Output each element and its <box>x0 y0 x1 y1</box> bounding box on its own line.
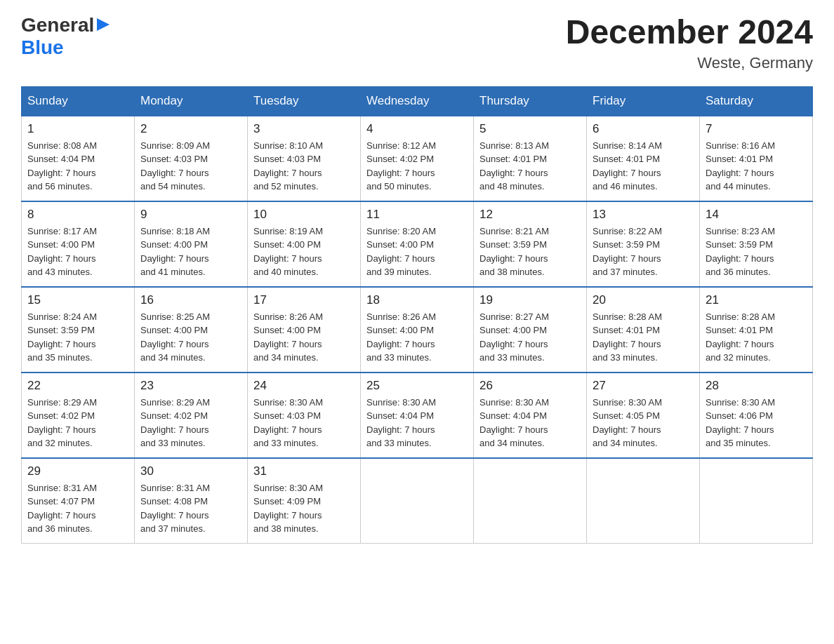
day-number: 23 <box>140 379 241 393</box>
day-info: Sunrise: 8:25 AMSunset: 4:00 PMDaylight:… <box>140 310 241 365</box>
calendar-day-cell: 7Sunrise: 8:16 AMSunset: 4:01 PMDaylight… <box>700 116 813 201</box>
day-number: 6 <box>593 122 694 136</box>
calendar-body: 1Sunrise: 8:08 AMSunset: 4:04 PMDaylight… <box>22 116 813 544</box>
col-tuesday: Tuesday <box>248 86 361 116</box>
title-section: December 2024 Weste, Germany <box>566 14 813 72</box>
calendar-day-cell: 24Sunrise: 8:30 AMSunset: 4:03 PMDayligh… <box>248 373 361 458</box>
logo-blue-text: Blue <box>21 36 64 58</box>
calendar-day-cell: 12Sunrise: 8:21 AMSunset: 3:59 PMDayligh… <box>474 201 587 287</box>
calendar-day-cell: 30Sunrise: 8:31 AMSunset: 4:08 PMDayligh… <box>135 458 248 544</box>
day-info: Sunrise: 8:20 AMSunset: 4:00 PMDaylight:… <box>366 224 468 279</box>
calendar-week-row: 8Sunrise: 8:17 AMSunset: 4:00 PMDaylight… <box>22 201 813 287</box>
day-info: Sunrise: 8:22 AMSunset: 3:59 PMDaylight:… <box>593 224 694 279</box>
day-number: 22 <box>27 379 128 393</box>
col-thursday: Thursday <box>474 86 587 116</box>
day-info: Sunrise: 8:31 AMSunset: 4:07 PMDaylight:… <box>27 481 128 536</box>
day-info: Sunrise: 8:26 AMSunset: 4:00 PMDaylight:… <box>366 310 468 365</box>
calendar-day-cell: 26Sunrise: 8:30 AMSunset: 4:04 PMDayligh… <box>474 373 587 458</box>
day-number: 12 <box>479 208 581 222</box>
day-number: 16 <box>140 293 241 307</box>
day-info: Sunrise: 8:28 AMSunset: 4:01 PMDaylight:… <box>706 310 807 365</box>
day-info: Sunrise: 8:31 AMSunset: 4:08 PMDaylight:… <box>140 481 241 536</box>
day-info: Sunrise: 8:21 AMSunset: 3:59 PMDaylight:… <box>479 224 581 279</box>
day-info: Sunrise: 8:18 AMSunset: 4:00 PMDaylight:… <box>140 224 241 279</box>
day-number: 29 <box>27 464 128 478</box>
calendar-day-cell: 29Sunrise: 8:31 AMSunset: 4:07 PMDayligh… <box>22 458 135 544</box>
day-info: Sunrise: 8:14 AMSunset: 4:01 PMDaylight:… <box>593 139 694 194</box>
day-info: Sunrise: 8:30 AMSunset: 4:05 PMDaylight:… <box>593 396 694 450</box>
calendar-day-cell: 11Sunrise: 8:20 AMSunset: 4:00 PMDayligh… <box>361 201 474 287</box>
day-number: 10 <box>253 208 355 222</box>
day-number: 4 <box>366 122 468 136</box>
calendar-subtitle: Weste, Germany <box>566 54 813 72</box>
calendar-day-cell: 18Sunrise: 8:26 AMSunset: 4:00 PMDayligh… <box>361 287 474 373</box>
day-number: 3 <box>253 122 355 136</box>
day-info: Sunrise: 8:29 AMSunset: 4:02 PMDaylight:… <box>140 396 241 450</box>
logo: General Blue <box>21 14 110 59</box>
calendar-day-cell: 4Sunrise: 8:12 AMSunset: 4:02 PMDaylight… <box>361 116 474 201</box>
calendar-day-cell: 17Sunrise: 8:26 AMSunset: 4:00 PMDayligh… <box>248 287 361 373</box>
day-info: Sunrise: 8:13 AMSunset: 4:01 PMDaylight:… <box>479 139 581 194</box>
day-number: 15 <box>27 293 128 307</box>
calendar-day-cell: 31Sunrise: 8:30 AMSunset: 4:09 PMDayligh… <box>248 458 361 544</box>
day-info: Sunrise: 8:17 AMSunset: 4:00 PMDaylight:… <box>27 224 128 279</box>
day-info: Sunrise: 8:10 AMSunset: 4:03 PMDaylight:… <box>253 139 355 194</box>
calendar-title: December 2024 <box>566 14 813 51</box>
day-number: 14 <box>706 208 807 222</box>
page-header: General Blue December 2024 Weste, German… <box>21 14 813 72</box>
calendar-day-cell: 19Sunrise: 8:27 AMSunset: 4:00 PMDayligh… <box>474 287 587 373</box>
calendar-day-cell: 2Sunrise: 8:09 AMSunset: 4:03 PMDaylight… <box>135 116 248 201</box>
calendar-week-row: 22Sunrise: 8:29 AMSunset: 4:02 PMDayligh… <box>22 373 813 458</box>
calendar-table: Sunday Monday Tuesday Wednesday Thursday… <box>21 86 813 544</box>
calendar-week-row: 29Sunrise: 8:31 AMSunset: 4:07 PMDayligh… <box>22 458 813 544</box>
day-number: 2 <box>140 122 241 136</box>
calendar-day-cell: 9Sunrise: 8:18 AMSunset: 4:00 PMDaylight… <box>135 201 248 287</box>
day-number: 26 <box>479 379 581 393</box>
calendar-day-cell <box>474 458 587 544</box>
calendar-day-cell: 13Sunrise: 8:22 AMSunset: 3:59 PMDayligh… <box>587 201 700 287</box>
day-number: 8 <box>27 208 128 222</box>
day-number: 1 <box>27 122 128 136</box>
day-info: Sunrise: 8:30 AMSunset: 4:04 PMDaylight:… <box>479 396 581 450</box>
day-info: Sunrise: 8:30 AMSunset: 4:03 PMDaylight:… <box>253 396 355 450</box>
day-info: Sunrise: 8:26 AMSunset: 4:00 PMDaylight:… <box>253 310 355 365</box>
day-number: 24 <box>253 379 355 393</box>
day-number: 21 <box>706 293 807 307</box>
col-sunday: Sunday <box>22 86 135 116</box>
day-info: Sunrise: 8:27 AMSunset: 4:00 PMDaylight:… <box>479 310 581 365</box>
calendar-day-cell <box>587 458 700 544</box>
col-saturday: Saturday <box>700 86 813 116</box>
col-wednesday: Wednesday <box>361 86 474 116</box>
col-monday: Monday <box>135 86 248 116</box>
day-info: Sunrise: 8:24 AMSunset: 3:59 PMDaylight:… <box>27 310 128 365</box>
header-row: Sunday Monday Tuesday Wednesday Thursday… <box>22 86 813 116</box>
day-info: Sunrise: 8:09 AMSunset: 4:03 PMDaylight:… <box>140 139 241 194</box>
day-number: 19 <box>479 293 581 307</box>
day-info: Sunrise: 8:23 AMSunset: 3:59 PMDaylight:… <box>706 224 807 279</box>
calendar-day-cell: 27Sunrise: 8:30 AMSunset: 4:05 PMDayligh… <box>587 373 700 458</box>
day-number: 31 <box>253 464 355 478</box>
calendar-day-cell: 25Sunrise: 8:30 AMSunset: 4:04 PMDayligh… <box>361 373 474 458</box>
day-number: 30 <box>140 464 241 478</box>
day-number: 27 <box>593 379 694 393</box>
calendar-day-cell: 21Sunrise: 8:28 AMSunset: 4:01 PMDayligh… <box>700 287 813 373</box>
day-number: 11 <box>366 208 468 222</box>
day-number: 13 <box>593 208 694 222</box>
day-number: 25 <box>366 379 468 393</box>
day-info: Sunrise: 8:30 AMSunset: 4:06 PMDaylight:… <box>706 396 807 450</box>
day-info: Sunrise: 8:30 AMSunset: 4:04 PMDaylight:… <box>366 396 468 450</box>
calendar-day-cell <box>700 458 813 544</box>
day-number: 9 <box>140 208 241 222</box>
day-number: 5 <box>479 122 581 136</box>
day-number: 18 <box>366 293 468 307</box>
day-info: Sunrise: 8:29 AMSunset: 4:02 PMDaylight:… <box>27 396 128 450</box>
calendar-day-cell: 10Sunrise: 8:19 AMSunset: 4:00 PMDayligh… <box>248 201 361 287</box>
day-info: Sunrise: 8:28 AMSunset: 4:01 PMDaylight:… <box>593 310 694 365</box>
logo-general-text: General <box>21 14 94 36</box>
calendar-day-cell: 8Sunrise: 8:17 AMSunset: 4:00 PMDaylight… <box>22 201 135 287</box>
calendar-day-cell: 6Sunrise: 8:14 AMSunset: 4:01 PMDaylight… <box>587 116 700 201</box>
calendar-day-cell: 14Sunrise: 8:23 AMSunset: 3:59 PMDayligh… <box>700 201 813 287</box>
col-friday: Friday <box>587 86 700 116</box>
calendar-day-cell: 1Sunrise: 8:08 AMSunset: 4:04 PMDaylight… <box>22 116 135 201</box>
day-number: 20 <box>593 293 694 307</box>
